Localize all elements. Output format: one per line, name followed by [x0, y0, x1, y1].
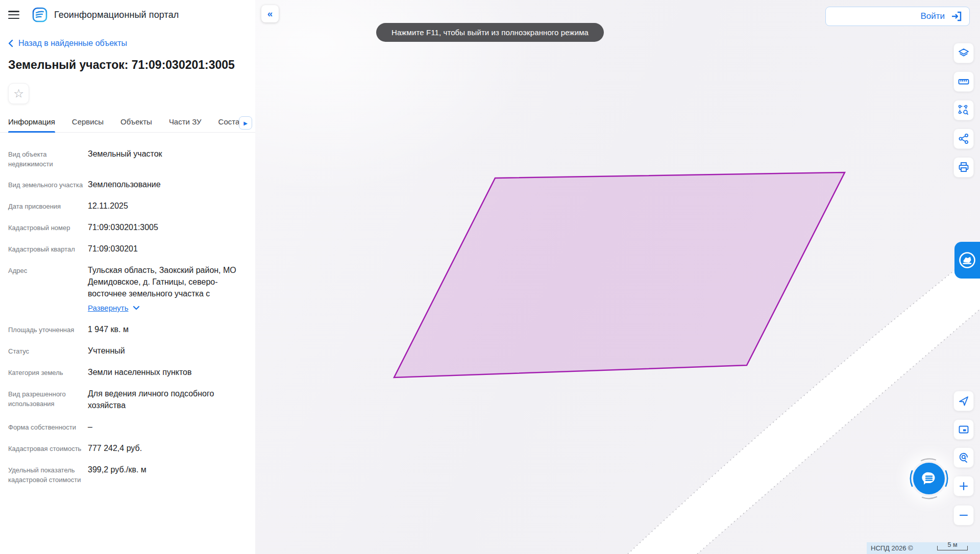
field-row: Кадастровая стоимость 777 242,4 руб. [8, 442, 247, 454]
back-link-label: Назад в найденные объекты [18, 39, 127, 48]
locate-button[interactable] [953, 391, 974, 411]
nspd-logo-icon [958, 250, 977, 270]
chevron-right-icon: ▶ [243, 120, 248, 126]
app-logo-icon [32, 7, 48, 23]
app-title: Геоинформационный портал [54, 10, 179, 20]
layers-icon [958, 47, 970, 59]
field-row: Дата присвоения 12.11.2025 [8, 200, 247, 212]
print-icon [958, 161, 970, 173]
field-row: Вид земельного участка Землепользование [8, 179, 247, 190]
share-button[interactable] [953, 129, 974, 149]
login-icon [951, 11, 962, 21]
plus-icon [959, 481, 969, 491]
field-row: Площадь уточненная 1 947 кв. м [8, 323, 247, 335]
search-on-map-button[interactable] [953, 447, 974, 468]
attribution-text: НСПД 2026 © [871, 544, 913, 552]
page-title: Земельный участок: 71:09:030201:3005 [8, 58, 247, 72]
map-features [255, 0, 980, 554]
expand-address-link[interactable]: Развернуть [88, 302, 140, 314]
tabs-overflow-button[interactable]: ▶ [239, 116, 252, 130]
field-list: Вид объекта недвижимости Земельный участ… [0, 133, 255, 485]
collapse-panel-button[interactable]: « [261, 5, 279, 22]
scale-bar: 5 м [937, 546, 968, 550]
menu-icon[interactable] [8, 11, 19, 19]
parcel-polygon[interactable] [394, 172, 845, 377]
field-row: Кадастровый квартал 71:09:030201 [8, 243, 247, 255]
panel-header: Геоинформационный портал [0, 0, 255, 30]
tab-information[interactable]: Информация [8, 117, 55, 132]
star-icon: ☆ [13, 88, 24, 99]
double-chevron-left-icon: « [267, 8, 273, 19]
login-button[interactable]: Войти [825, 7, 970, 26]
share-icon [958, 133, 969, 144]
map-attribution-bar: НСПД 2026 © 5 м [867, 542, 980, 554]
chevron-down-icon [133, 306, 140, 310]
search-on-map-icon [958, 451, 970, 464]
layers-button[interactable] [953, 43, 974, 63]
chat-widget [907, 457, 951, 500]
address-value: Тульская область, Заокский район, МО Дем… [88, 266, 236, 298]
tab-composition[interactable]: Состав [218, 117, 242, 132]
field-row: Вид объекта недвижимости Земельный участ… [8, 148, 247, 169]
field-row: Кадастровый номер 71:09:030201:3005 [8, 221, 247, 233]
ruler-icon [958, 75, 970, 88]
tab-services[interactable]: Сервисы [72, 117, 104, 132]
fullscreen-toast: Нажмите F11, чтобы выйти из полноэкранно… [376, 23, 604, 42]
chat-button[interactable] [913, 463, 945, 494]
measure-button[interactable] [953, 71, 974, 92]
scale-label: 5 м [938, 542, 967, 548]
overview-map-button[interactable] [953, 419, 974, 440]
nspd-widget-tab[interactable] [954, 242, 980, 279]
minus-icon [959, 510, 969, 520]
locate-icon [958, 395, 969, 407]
overview-map-icon [958, 423, 970, 436]
field-row: Статус Учтенный [8, 345, 247, 357]
back-link[interactable]: Назад в найденные объекты [8, 39, 127, 48]
area-search-icon [958, 104, 970, 116]
zoom-in-button[interactable] [953, 476, 974, 496]
print-button[interactable] [953, 157, 974, 178]
info-panel: Геоинформационный портал Назад в найденн… [0, 0, 255, 554]
chat-bubble-icon [920, 470, 938, 487]
field-row: Вид разрешенного использования Для веден… [8, 388, 247, 411]
field-row-address: Адрес Тульская область, Заокский район, … [8, 264, 247, 314]
map-canvas[interactable] [255, 0, 980, 554]
field-row: Категория земель Земли населенных пункто… [8, 366, 247, 378]
area-search-button[interactable] [953, 100, 974, 120]
favorite-button[interactable]: ☆ [8, 83, 29, 104]
field-row: Форма собственности – [8, 421, 247, 433]
zoom-out-button[interactable] [953, 505, 974, 525]
tab-objects[interactable]: Объекты [120, 117, 152, 132]
tab-bar: Информация Сервисы Объекты Части ЗУ Сост… [0, 115, 255, 133]
back-chevron-icon [8, 39, 13, 47]
tab-parcel-parts[interactable]: Части ЗУ [169, 117, 202, 132]
field-row: Удельный показатель кадастровой стоимост… [8, 464, 247, 485]
